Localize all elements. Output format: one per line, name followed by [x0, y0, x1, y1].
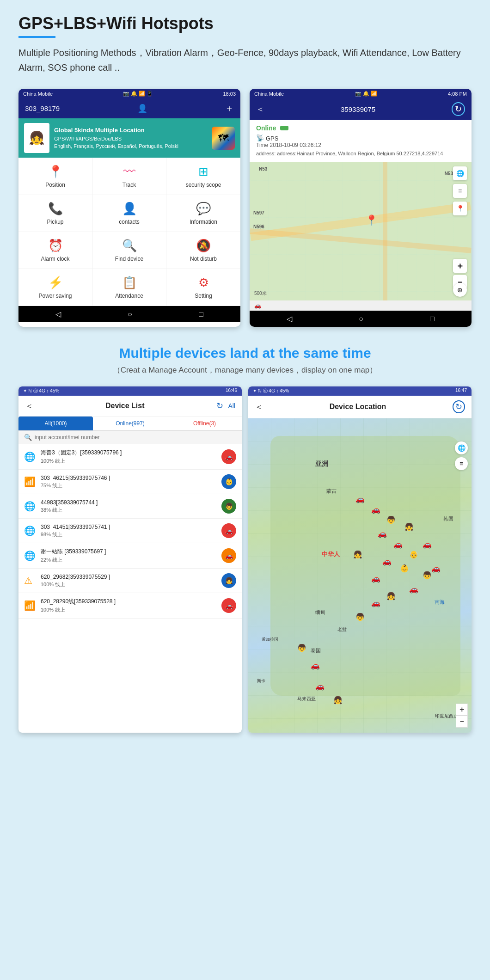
map-globe-right[interactable]: 🌐	[455, 441, 468, 454]
grid-item-power[interactable]: ⚡ Power saving	[18, 269, 92, 306]
left-phone-statusbar: China Mobile 📷 🔔 📶 📱 18:03	[18, 89, 240, 98]
grid-item-security[interactable]: ⊞ security scope	[166, 158, 240, 195]
banner-text: Global 5kinds Multiple Location GPS/WIFI…	[54, 126, 178, 150]
nav-home-btn[interactable]: ○	[128, 310, 132, 318]
list-item[interactable]: 🌐 海普3（固定3）[359339075796 ] 100% 线上 🚗	[18, 444, 242, 470]
dev-header-all[interactable]: All	[228, 402, 235, 410]
statusbar-icons-right: 📷 🔔 📶	[355, 91, 377, 97]
grid-item-find[interactable]: 🔍 Find device	[92, 232, 166, 269]
header-add-icon[interactable]: ＋	[225, 102, 234, 115]
grid-item-setting[interactable]: ⚙ Setting	[166, 269, 240, 306]
dev-status-icons: ✦ ℕ ⓔ 4G ↕ 45%	[23, 388, 59, 394]
dev-loc-refresh[interactable]: ↻	[453, 400, 465, 413]
dev-status-time-r: 16:47	[455, 388, 467, 394]
contacts-label: contacts	[119, 219, 140, 225]
grid-item-position[interactable]: 📍 Position	[18, 158, 92, 195]
list-item[interactable]: 🌐 303_41451[359339075741 ] 98% 线上 🚗	[18, 519, 242, 543]
banner-icon-box: 🗺	[212, 127, 235, 150]
grid-item-contacts[interactable]: 👤 contacts	[92, 195, 166, 232]
map-pin-22: 👧	[333, 696, 343, 704]
zoom-minus-right[interactable]: －	[456, 716, 468, 728]
right-phone-header: ＜ 359339075 ↻	[250, 98, 472, 120]
dev-header-title: Device List	[105, 402, 144, 410]
map-label-indonesia: 印度尼西亚	[435, 713, 458, 719]
dev-header-refresh[interactable]: ↻	[216, 401, 223, 411]
grid-item-information[interactable]: 💬 Information	[166, 195, 240, 232]
globe-icon-5: 🌐	[24, 550, 36, 561]
dev-tabs: All(1000) Online(997) Offline(3)	[18, 416, 242, 431]
dev-item-info-7: 620_28290线[359339075528 ] 100% 线上	[41, 598, 221, 613]
map-pin-19: 👦	[297, 643, 306, 652]
map-pin-21: 🚗	[315, 682, 325, 691]
app-grid: 📍 Position 〰 Track ⊞ security scope 📞 Pi…	[18, 158, 240, 306]
list-item[interactable]: 🌐 谢一站陈 [359339075697 ] 22% 线上 🚗	[18, 543, 242, 569]
map-label-laos: 老挝	[337, 626, 347, 633]
statusbar-carrier-left: China Mobile	[23, 91, 53, 97]
gps-address: address: address:Hainaut Province, Wallo…	[256, 150, 465, 157]
map-label-thailand: 泰国	[311, 647, 321, 654]
nav-recents-btn[interactable]: □	[199, 310, 203, 318]
header-user-icon[interactable]: 👤	[137, 104, 147, 114]
right-phone-statusbar: China Mobile 📷 🔔 📶 4:08 PM	[250, 89, 472, 98]
tab-all[interactable]: All(1000)	[18, 416, 93, 430]
map-info-bar: Online 📡 GPS Time 2018-10-09 03:26:12 ad…	[250, 120, 472, 162]
map-menu-right[interactable]: ≡	[455, 457, 468, 470]
dev-avatar-6: 👧	[221, 573, 236, 588]
grid-item-track[interactable]: 〰 Track	[92, 158, 166, 195]
information-label: Information	[190, 219, 217, 225]
tab-online[interactable]: Online(997)	[93, 416, 167, 430]
tab-offline[interactable]: Offline(3)	[167, 416, 242, 430]
list-item[interactable]: 📶 303_46215[359339075746 ] 75% 线上 👶	[18, 470, 242, 494]
dev-avatar-7: 🚗	[221, 598, 236, 613]
globe-icon-4: 🌐	[24, 525, 36, 536]
security-icon: ⊞	[198, 165, 208, 179]
grid-item-pickup[interactable]: 📞 Pickup	[18, 195, 92, 232]
dev-avatar-4: 🚗	[221, 523, 236, 538]
map-info-btn[interactable]: 📍	[453, 202, 467, 215]
statusbar-time-left: 18:03	[223, 91, 236, 97]
alarm-label: Alarm clock	[41, 256, 69, 262]
dev-item-status-2: 75% 线上	[41, 482, 221, 489]
map-pin-2: 👦	[386, 515, 396, 524]
map-ctrl-right: 🌐 ≡	[455, 441, 468, 470]
section2-title: Multiple devices land at the same time	[18, 345, 472, 361]
dev-loc-back[interactable]: ＜	[255, 401, 263, 412]
banner-avatar: 👧	[24, 123, 49, 153]
zoom-plus-right[interactable]: ＋	[456, 704, 468, 716]
title-underline	[18, 36, 55, 38]
right-nav-home[interactable]: ○	[359, 315, 363, 323]
map-pin-6: 👴	[409, 550, 418, 559]
dev-search-bar: 🔍	[18, 431, 242, 444]
power-icon: ⚡	[48, 276, 63, 290]
list-item[interactable]: 📶 620_28290线[359339075528 ] 100% 线上 🚗	[18, 593, 242, 619]
find-icon: 🔍	[122, 239, 137, 253]
grid-item-nodisturb[interactable]: 🔕 Not disturb	[166, 232, 240, 269]
right-header-refresh[interactable]: ↻	[452, 102, 465, 116]
map-pin-20: 🚗	[311, 661, 320, 670]
statusbar-icons-left: 📷 🔔 📶 📱	[123, 91, 153, 97]
list-item[interactable]: 🌐 44983[359339075744 ] 38% 线上 👦	[18, 494, 242, 519]
dev-item-status-7: 100% 线上	[41, 606, 221, 613]
pickup-label: Pickup	[47, 219, 63, 225]
dev-avatar-3: 👦	[221, 499, 236, 514]
device-list-phone: ✦ ℕ ⓔ 4G ↕ 45% 16:46 ＜ Device List ↻ All…	[18, 386, 242, 733]
map-pin-12: 🚗	[409, 585, 418, 594]
online-badge: Online	[256, 124, 276, 132]
nav-back-btn[interactable]: ◁	[55, 310, 61, 318]
grid-item-attendance[interactable]: 📋 Attendance	[92, 269, 166, 306]
dev-item-name-2: 303_46215[359339075746 ]	[41, 475, 221, 481]
map-layers-btn[interactable]: ≡	[453, 184, 467, 198]
right-nav-back[interactable]: ◁	[287, 314, 292, 323]
grid-item-alarm[interactable]: ⏰ Alarm clock	[18, 232, 92, 269]
search-input[interactable]	[35, 434, 236, 441]
map-globe-btn[interactable]: 🌐	[453, 166, 467, 180]
statusbar-time-right: 4:08 PM	[448, 91, 467, 97]
contacts-icon: 👤	[122, 202, 137, 216]
dev-header-back[interactable]: ＜	[25, 400, 33, 411]
dev-item-name-5: 谢一站陈 [359339075697 ]	[41, 548, 221, 556]
map-zoom-plus[interactable]: ＋	[453, 259, 467, 273]
list-item[interactable]: ⚠ 620_29682[359339075529 ] 100% 线上 👧	[18, 569, 242, 593]
right-nav-recents[interactable]: □	[430, 315, 435, 323]
map-pin-8: 👶	[400, 564, 409, 573]
right-header-back[interactable]: ＜	[256, 104, 264, 115]
